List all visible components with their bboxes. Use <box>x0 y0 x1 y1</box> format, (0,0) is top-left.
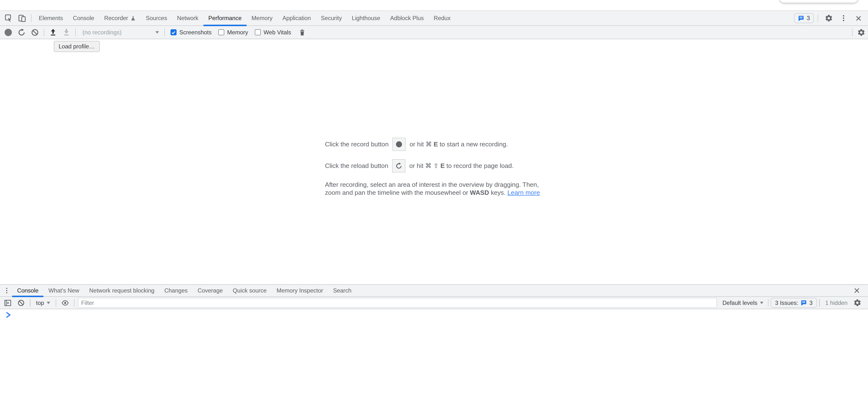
record-icon <box>396 141 402 147</box>
drawer-tab-changes[interactable]: Changes <box>159 285 192 297</box>
drawer-menu-button[interactable] <box>1 284 12 297</box>
delete-recording-button[interactable] <box>296 26 309 38</box>
tab-label: Console <box>73 15 94 22</box>
memory-label: Memory <box>227 29 248 36</box>
download-icon <box>62 28 70 37</box>
tab-recorder[interactable]: Recorder <box>99 11 141 25</box>
active-tab-underline <box>12 296 43 297</box>
tab-security[interactable]: Security <box>316 11 347 25</box>
divider <box>852 29 852 36</box>
tab-label: Network <box>177 15 198 22</box>
tab-application[interactable]: Application <box>278 11 316 25</box>
tab-sources[interactable]: Sources <box>141 11 172 25</box>
divider <box>31 14 31 22</box>
tab-label: Security <box>321 15 342 22</box>
record-instruction-pre: Click the record button <box>325 141 389 148</box>
drawer-tab-search[interactable]: Search <box>328 285 356 297</box>
console-filter-input[interactable] <box>78 298 717 308</box>
divider <box>817 14 818 22</box>
tabbar-right-controls: 3 <box>794 12 868 24</box>
tab-label: Network request blocking <box>89 287 154 294</box>
drawer-tab-whats-new[interactable]: What's New <box>43 285 84 297</box>
close-devtools-button[interactable] <box>852 12 865 24</box>
tab-label: Changes <box>164 287 188 294</box>
console-issues-button[interactable]: 3 Issues: 3 <box>771 298 817 308</box>
wasd-keys: WASD <box>470 189 489 196</box>
inspect-element-button[interactable] <box>2 12 16 24</box>
screenshots-label: Screenshots <box>179 29 211 36</box>
load-profile-button[interactable] <box>46 26 60 38</box>
drawer-tab-network-request-blocking[interactable]: Network request blocking <box>84 285 159 297</box>
reload-instruction-post: or hit ⌘ ⇧ E to record the page load. <box>409 162 514 170</box>
drawer-tab-console[interactable]: Console <box>12 285 43 297</box>
issues-counter-button[interactable]: 3 <box>794 13 814 23</box>
close-icon <box>855 15 862 22</box>
reload-instruction-end: to record the page load. <box>445 162 514 169</box>
clear-console-button[interactable] <box>14 297 28 309</box>
device-toolbar-icon <box>18 14 26 22</box>
javascript-context-dropdown[interactable]: top <box>33 300 54 306</box>
tab-redux[interactable]: Redux <box>429 11 455 25</box>
tab-label: Memory Inspector <box>277 287 323 294</box>
console-prompt-area[interactable] <box>0 309 868 406</box>
chevron-down-icon <box>47 302 50 304</box>
record-button[interactable] <box>2 26 15 38</box>
upload-icon <box>49 28 57 37</box>
usage-hint-paragraph: After recording, select an area of inter… <box>325 181 543 197</box>
tab-network[interactable]: Network <box>172 11 204 25</box>
settings-button[interactable] <box>822 12 835 24</box>
shortcut-key: E <box>434 141 438 148</box>
record-instruction-post: or hit ⌘ E to start a new recording. <box>409 141 508 148</box>
tab-label: Coverage <box>197 287 223 294</box>
device-toolbar-button[interactable] <box>16 12 29 24</box>
console-sidebar-toggle-button[interactable] <box>1 297 14 309</box>
gear-icon <box>857 28 865 37</box>
tab-label: Lighthouse <box>352 15 380 22</box>
record-and-reload-button[interactable] <box>15 26 28 38</box>
recordings-dropdown[interactable]: (no recordings) <box>78 27 162 37</box>
log-levels-dropdown[interactable]: Default levels <box>720 300 766 306</box>
memory-checkbox[interactable] <box>218 29 224 35</box>
tab-performance[interactable]: Performance <box>204 11 247 25</box>
tab-lighthouse[interactable]: Lighthouse <box>347 11 385 25</box>
drawer-tab-memory-inspector[interactable]: Memory Inspector <box>272 285 328 297</box>
tab-label: Sources <box>146 15 167 22</box>
hint-line1: After recording, select an area of inter… <box>325 181 543 189</box>
gear-icon <box>825 14 833 22</box>
hint-line2-mid: keys. <box>489 189 507 196</box>
screenshots-checkbox[interactable] <box>170 29 177 35</box>
shortcut-text: or hit ⌘ ⇧ <box>409 162 440 169</box>
more-options-button[interactable] <box>837 12 850 24</box>
record-button-illustration <box>392 138 406 151</box>
tab-adblock-plus[interactable]: Adblock Plus <box>385 11 429 25</box>
screenshots-checkbox-group[interactable]: Screenshots <box>170 29 212 36</box>
web-vitals-checkbox[interactable] <box>255 29 261 35</box>
issues-count: 3 <box>809 300 812 306</box>
gear-icon <box>853 299 862 307</box>
tab-elements[interactable]: Elements <box>34 11 68 25</box>
tab-label: Adblock Plus <box>390 15 424 22</box>
tab-label: Performance <box>208 15 242 22</box>
console-settings-button[interactable] <box>851 297 864 309</box>
memory-checkbox-group[interactable]: Memory <box>218 29 248 36</box>
capture-settings-button[interactable] <box>855 26 868 38</box>
tab-label: Console <box>17 287 38 294</box>
drawer-tab-coverage[interactable]: Coverage <box>192 285 228 297</box>
hint-line2: zoom and pan the timeline with the mouse… <box>325 189 543 197</box>
devtools-window: Elements Console Recorder Sources Networ… <box>0 0 868 406</box>
close-drawer-button[interactable] <box>850 284 864 297</box>
divider <box>56 299 56 307</box>
clear-button[interactable] <box>28 26 42 38</box>
console-prompt-chevron-icon <box>6 312 868 318</box>
learn-more-link[interactable]: Learn more <box>507 189 540 196</box>
save-profile-button[interactable] <box>60 26 73 38</box>
issues-chat-icon <box>798 15 804 22</box>
issues-count: 3 <box>807 15 810 22</box>
drawer-tab-quick-source[interactable]: Quick source <box>228 285 272 297</box>
tab-memory[interactable]: Memory <box>247 11 278 25</box>
tab-console[interactable]: Console <box>68 11 99 25</box>
web-vitals-checkbox-group[interactable]: Web Vitals <box>255 29 291 36</box>
kebab-menu-icon <box>840 14 847 22</box>
tab-label: Elements <box>39 15 63 22</box>
create-live-expression-button[interactable] <box>59 297 72 309</box>
